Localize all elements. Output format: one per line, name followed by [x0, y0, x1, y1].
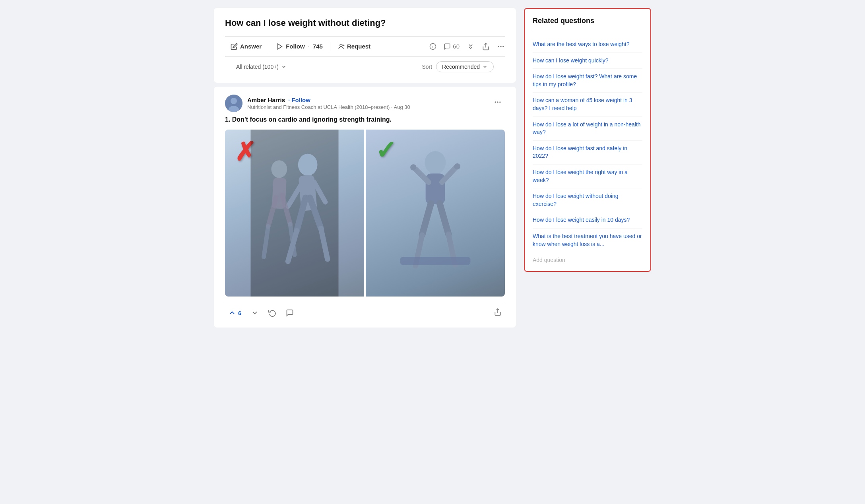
- svg-point-17: [298, 154, 318, 176]
- svg-rect-41: [400, 257, 471, 265]
- sort-value: Recommended: [442, 64, 480, 70]
- sort-dropdown[interactable]: Recommended: [436, 61, 494, 72]
- downvote-button[interactable]: [248, 307, 262, 318]
- answer-card: Amber Harris · Follow Nutritionist and F…: [214, 87, 516, 328]
- svg-point-0: [340, 44, 342, 47]
- svg-point-39: [410, 164, 416, 170]
- comment-icon: [444, 43, 451, 50]
- comment-count: 60: [453, 43, 460, 50]
- svg-point-40: [454, 163, 460, 169]
- sort-section: Sort Recommended: [422, 61, 494, 72]
- info-icon: [429, 43, 436, 50]
- upvote-icon: [228, 309, 236, 317]
- sidebar: Related questions What are the best ways…: [524, 8, 651, 328]
- follow-separator: ·: [308, 43, 310, 50]
- related-question-item[interactable]: What is the best treatment you have used…: [533, 229, 642, 252]
- info-button[interactable]: [429, 43, 436, 50]
- cardio-image: ✗: [225, 130, 364, 297]
- upvote-button[interactable]: 6: [225, 307, 244, 318]
- downvote-icon: [467, 43, 475, 50]
- vote-section: 6: [225, 307, 297, 318]
- strength-person-svg: [366, 130, 505, 297]
- comment-button[interactable]: [283, 307, 297, 318]
- related-question-item[interactable]: How can I lose weight quickly?: [533, 53, 642, 69]
- answer-share-button[interactable]: [491, 306, 505, 320]
- comment-answer-icon: [286, 309, 294, 317]
- refresh-button[interactable]: [265, 307, 279, 318]
- all-related-label: All related (100+): [236, 64, 279, 70]
- separator: [269, 42, 269, 51]
- chevron-down-icon: [281, 64, 287, 70]
- svg-line-33: [422, 204, 431, 235]
- upvote-count: 6: [238, 310, 241, 316]
- svg-point-31: [425, 151, 446, 174]
- answer-footer: 6: [225, 303, 505, 320]
- svg-point-14: [497, 101, 498, 103]
- related-question-item[interactable]: What are the best ways to lose weight?: [533, 37, 642, 53]
- svg-rect-32: [426, 174, 445, 204]
- related-question-item[interactable]: How do I lose weight fast and safely in …: [533, 141, 642, 165]
- sort-chevron-icon: [482, 64, 488, 70]
- more-icon: [497, 43, 505, 50]
- author-info: Amber Harris · Follow Nutritionist and F…: [225, 95, 410, 112]
- share-button[interactable]: [482, 43, 490, 50]
- share-icon: [482, 43, 490, 50]
- downvote-vote-icon: [251, 309, 259, 317]
- related-question-item[interactable]: How do I lose a lot of weight in a non-h…: [533, 117, 642, 141]
- author-name: Amber Harris: [247, 97, 285, 103]
- svg-rect-16: [250, 130, 338, 297]
- request-label: Request: [347, 43, 370, 50]
- avatar-image: [225, 95, 242, 112]
- svg-point-8: [500, 46, 501, 47]
- comments-button[interactable]: 60: [444, 43, 460, 50]
- related-question-item[interactable]: How do I lose weight fast? What are some…: [533, 69, 642, 93]
- related-question-item[interactable]: How can a woman of 45 lose weight in 3 d…: [533, 93, 642, 116]
- svg-point-7: [498, 46, 499, 47]
- answer-label: Answer: [240, 43, 262, 50]
- answer-images: ✗: [225, 130, 505, 297]
- related-questions-list: What are the best ways to lose weight?Ho…: [533, 37, 642, 252]
- strength-image: ✓: [366, 130, 505, 297]
- downvote-button[interactable]: [467, 43, 475, 50]
- author-details: Amber Harris · Follow Nutritionist and F…: [247, 97, 410, 110]
- follow-icon: [276, 43, 283, 50]
- svg-point-9: [502, 46, 504, 47]
- action-bar: Answer Follow · 745: [225, 36, 505, 57]
- request-button[interactable]: Request: [332, 41, 376, 52]
- all-related-filter[interactable]: All related (100+): [236, 64, 287, 70]
- cardio-person-svg: [225, 130, 364, 297]
- answer-share-icon: [494, 308, 502, 316]
- refresh-icon: [268, 309, 276, 317]
- related-question-item[interactable]: How do I lose weight the right way in a …: [533, 165, 642, 188]
- svg-point-13: [495, 101, 496, 103]
- add-question-button[interactable]: Add question: [533, 252, 642, 263]
- answer-header: Amber Harris · Follow Nutritionist and F…: [225, 95, 505, 112]
- avatar: [225, 95, 242, 112]
- follow-count: 745: [313, 43, 323, 50]
- question-card: How can I lose weight without dieting? A…: [214, 8, 516, 83]
- request-icon: [337, 43, 345, 50]
- svg-point-15: [499, 101, 500, 103]
- related-questions-card: Related questions What are the best ways…: [524, 8, 651, 272]
- question-title: How can I lose weight without dieting?: [225, 17, 505, 29]
- related-question-item[interactable]: How do I lose weight easily in 10 days?: [533, 212, 642, 229]
- follow-button[interactable]: Follow · 745: [271, 41, 328, 52]
- answer-more-button[interactable]: [491, 97, 505, 110]
- filter-bar: All related (100+) Sort Recommended: [225, 57, 505, 76]
- author-follow-link[interactable]: · Follow: [288, 97, 310, 103]
- follow-label: Follow: [286, 43, 305, 50]
- write-icon: [231, 43, 238, 50]
- answer-point: 1. Don't focus on cardio and ignoring st…: [225, 115, 505, 124]
- svg-line-34: [440, 204, 448, 234]
- author-meta: Nutritionist and Fitness Coach at UCLA H…: [247, 104, 410, 110]
- answer-more-icon: [494, 98, 502, 106]
- svg-point-25: [271, 160, 287, 178]
- action-right: 60: [429, 43, 505, 50]
- sort-label: Sort: [422, 64, 432, 70]
- svg-point-11: [231, 98, 237, 104]
- answer-button[interactable]: Answer: [225, 41, 267, 52]
- related-questions-title: Related questions: [533, 17, 642, 30]
- more-button[interactable]: [497, 43, 505, 50]
- related-question-item[interactable]: How do I lose weight without doing exerc…: [533, 188, 642, 212]
- svg-line-38: [442, 168, 455, 182]
